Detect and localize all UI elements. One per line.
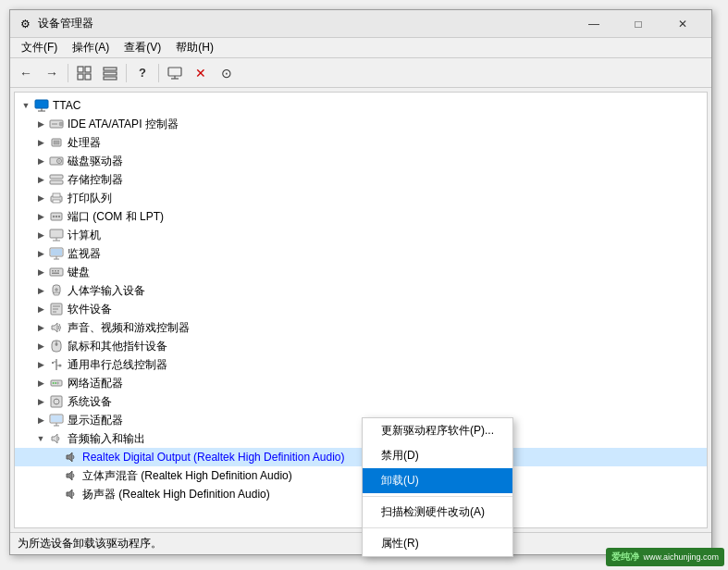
tree-item-display[interactable]: ▶ 显示适配器 xyxy=(15,411,707,429)
toolbar: ← → ? ✕ ⊙ xyxy=(10,58,711,88)
menu-action[interactable]: 操作(A) xyxy=(65,38,117,58)
scan-button[interactable]: ⊙ xyxy=(215,61,239,85)
print-label: 打印队列 xyxy=(68,191,112,206)
computer-button[interactable] xyxy=(163,61,187,85)
disk-icon xyxy=(48,154,65,168)
svg-rect-41 xyxy=(52,273,59,275)
root-icon xyxy=(33,98,50,113)
tree-item-hid[interactable]: ▶ 人体学输入设备 xyxy=(15,281,707,300)
svg-point-61 xyxy=(55,382,56,384)
tree-item-storage[interactable]: ▶ 存储控制器 xyxy=(15,170,707,189)
expand-audio: ▼ xyxy=(33,434,48,443)
tree-item-ide[interactable]: ▶ IDE ATA/ATAPI 控制器 xyxy=(15,115,707,133)
maximize-button[interactable]: □ xyxy=(617,10,660,38)
minimize-button[interactable]: — xyxy=(573,10,615,38)
expand-sound: ▶ xyxy=(33,323,48,332)
ctx-separator xyxy=(363,496,512,497)
tree-item-keyboard[interactable]: ▶ 键盘 xyxy=(15,263,707,281)
svg-marker-71 xyxy=(52,434,57,443)
software-label: 软件设备 xyxy=(68,302,112,317)
menu-file[interactable]: 文件(F) xyxy=(14,38,65,58)
port-label: 端口 (COM 和 LPT) xyxy=(68,209,164,225)
svg-rect-4 xyxy=(104,68,117,70)
tree-item-cpu[interactable]: ▶ 处理器 xyxy=(15,133,707,152)
cpu-icon xyxy=(48,135,65,150)
tree-item-software[interactable]: ▶ 软件设备 xyxy=(15,300,707,318)
root-label: TTAC xyxy=(53,99,80,112)
sysdev-icon xyxy=(48,394,65,409)
menu-view[interactable]: 查看(V) xyxy=(117,38,168,58)
audio-icon xyxy=(48,431,65,446)
realtek-digital-icon xyxy=(63,450,80,465)
remove-button[interactable]: ✕ xyxy=(189,61,213,85)
usb-icon xyxy=(48,357,65,372)
realtek-digital-label: Realtek Digital Output (Realtek High Def… xyxy=(82,451,344,464)
monitor-label: 监视器 xyxy=(68,246,101,262)
ctx-properties[interactable]: 属性(R) xyxy=(363,531,512,556)
tree-item-sysdev[interactable]: ▶ 系统设备 xyxy=(15,392,707,411)
content-area: ▼ TTAC ▶ IDE ATA/ATAPI 控制器 ▶ xyxy=(10,88,711,532)
toolbar-sep-1 xyxy=(68,64,68,82)
svg-rect-6 xyxy=(104,77,117,80)
tree-root[interactable]: ▼ TTAC xyxy=(15,96,707,115)
svg-rect-45 xyxy=(54,292,59,295)
svg-point-27 xyxy=(53,216,55,217)
tree-item-port[interactable]: ▶ 端口 (COM 和 LPT) xyxy=(15,207,707,226)
mouse-icon xyxy=(48,339,65,353)
ctx-scan[interactable]: 扫描检测硬件改动(A) xyxy=(363,500,512,525)
device-tree[interactable]: ▼ TTAC ▶ IDE ATA/ATAPI 控制器 ▶ xyxy=(14,92,708,528)
title-bar: ⚙ 设备管理器 — □ ✕ xyxy=(10,10,711,38)
tree-item-computer[interactable]: ▶ 计算机 xyxy=(15,226,707,244)
expand-display: ▶ xyxy=(33,415,48,425)
menu-help[interactable]: 帮助(H) xyxy=(168,38,221,58)
tree-item-disk[interactable]: ▶ 磁盘驱动器 xyxy=(15,152,707,170)
svg-rect-0 xyxy=(78,67,83,72)
view2-button[interactable] xyxy=(98,61,122,85)
tree-item-speaker[interactable]: 扬声器 (Realtek High Definition Audio) xyxy=(15,485,707,503)
help-button[interactable]: ? xyxy=(130,61,154,85)
view1-button[interactable] xyxy=(72,61,96,85)
speaker-label: 扬声器 (Realtek High Definition Audio) xyxy=(82,487,270,502)
expand-network: ▶ xyxy=(33,378,48,388)
computer-icon xyxy=(48,228,65,242)
tree-item-realtek-digital[interactable]: Realtek Digital Output (Realtek High Def… xyxy=(15,448,707,466)
sysdev-label: 系统设备 xyxy=(68,394,112,410)
svg-rect-63 xyxy=(51,396,62,407)
forward-button[interactable]: → xyxy=(40,61,64,85)
tree-item-sound[interactable]: ▶ 声音、视频和游戏控制器 xyxy=(15,318,707,337)
back-button[interactable]: ← xyxy=(14,61,38,85)
expand-mouse: ▶ xyxy=(33,341,48,351)
tree-item-mouse[interactable]: ▶ 鼠标和其他指针设备 xyxy=(15,337,707,355)
monitor-icon xyxy=(48,246,65,261)
cpu-label: 处理器 xyxy=(68,135,101,151)
ctx-uninstall[interactable]: 卸载(U) xyxy=(363,468,512,493)
tree-item-usb[interactable]: ▶ 通用串行总线控制器 xyxy=(15,355,707,374)
tree-item-monitor[interactable]: ▶ 监视器 xyxy=(15,244,707,263)
svg-point-14 xyxy=(59,122,63,126)
tree-item-audio[interactable]: ▼ 音频输入和输出 xyxy=(15,429,707,448)
expand-keyboard: ▶ xyxy=(33,267,48,277)
ide-icon xyxy=(48,117,65,131)
svg-marker-72 xyxy=(67,452,72,462)
network-label: 网络适配器 xyxy=(68,376,123,391)
status-text: 为所选设备卸载该驱动程序。 xyxy=(18,536,162,551)
svg-point-53 xyxy=(56,343,58,346)
keyboard-icon xyxy=(48,265,65,279)
tree-item-network[interactable]: ▶ 网络适配器 xyxy=(15,374,707,392)
svg-marker-50 xyxy=(52,323,57,332)
software-icon xyxy=(48,302,65,316)
tree-item-stereo[interactable]: 立体声混音 (Realtek High Definition Audio) xyxy=(15,466,707,485)
svg-rect-5 xyxy=(104,72,117,75)
window-icon: ⚙ xyxy=(18,17,32,31)
context-menu: 更新驱动程序软件(P)... 禁用(D) 卸载(U) 扫描检测硬件改动(A) 属… xyxy=(362,417,513,557)
svg-point-60 xyxy=(53,382,55,384)
close-button[interactable]: ✕ xyxy=(661,10,704,38)
hid-label: 人体学输入设备 xyxy=(68,283,145,299)
tree-item-print[interactable]: ▶ 打印队列 xyxy=(15,189,707,207)
ctx-disable[interactable]: 禁用(D) xyxy=(363,443,512,468)
ctx-update-driver[interactable]: 更新驱动程序软件(P)... xyxy=(363,418,512,443)
svg-rect-2 xyxy=(78,74,83,80)
expand-sysdev: ▶ xyxy=(33,397,48,406)
expand-root: ▼ xyxy=(19,101,33,110)
expand-computer: ▶ xyxy=(33,230,48,240)
